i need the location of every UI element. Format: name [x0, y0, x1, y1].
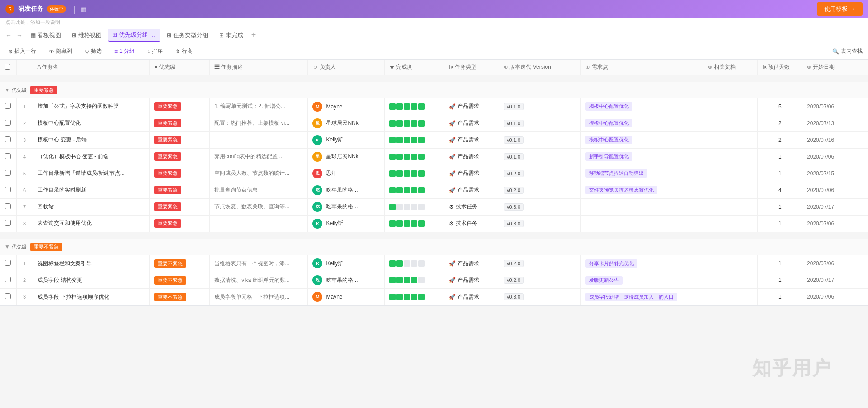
row-checkbox[interactable] [5, 187, 11, 192]
app-icon: R [5, 5, 14, 14]
row-checkbox[interactable] [5, 136, 11, 142]
progress-block [404, 137, 410, 143]
task-type: 🚀产品需求 [449, 136, 494, 144]
priority-badge: 重要紧急 [154, 202, 181, 211]
progress-block [396, 294, 403, 300]
type-cell: 🚀产品需求 [444, 165, 499, 182]
progress-block [404, 220, 410, 227]
row-checkbox[interactable] [5, 220, 11, 226]
progress-cell [384, 98, 444, 115]
task-name[interactable]: 视图标签栏和文案引导 [33, 255, 150, 272]
table-row[interactable]: 4（优化）模板中心 变更 - 前端重要紧急弃用config表中的精选配置 ...… [0, 148, 868, 165]
nav-forward-icon[interactable]: → [14, 31, 24, 40]
table-row[interactable]: 2成员字段 结构变更重要不紧急数据清洗、vika 组织单元的数...吃吃苹果的格… [0, 272, 868, 289]
tab-priority-group[interactable]: ⊞ 优先级分组 … [108, 29, 160, 42]
req-cell: 成员字段新增「邀请成员加入」的入口 [581, 289, 703, 305]
tab-type-group[interactable]: ⊞ 任务类型分组 [162, 29, 213, 41]
table-row[interactable]: 1增加「公式」字段支持的函数种类重要紧急1. 编写单元测试：2. 新增公...M… [0, 98, 868, 115]
col-check[interactable] [0, 60, 16, 75]
task-type-label: 产品需求 [458, 153, 479, 160]
progress-cell [384, 115, 444, 131]
progress-block [389, 103, 396, 110]
task-type-icon: 🚀 [449, 187, 456, 193]
add-tab-icon[interactable]: + [251, 30, 256, 40]
task-name[interactable]: （优化）模板中心 变更 - 前端 [33, 148, 150, 165]
table-row[interactable]: 5工作目录新增「邀请成员/新建节点...重要紧急空间成员人数、节点数的统计...… [0, 165, 868, 182]
row-checkbox[interactable] [5, 120, 11, 126]
select-all-checkbox[interactable] [5, 64, 10, 70]
version-tag: v0.1.0 [504, 103, 524, 110]
group-button[interactable]: ≡ 1 分组 [112, 47, 137, 56]
task-name[interactable]: 增加「公式」字段支持的函数种类 [33, 98, 150, 115]
hide-col-icon: 👁 [49, 48, 54, 55]
task-name[interactable]: 工作目录的实时刷新 [33, 182, 150, 198]
row-checkbox[interactable] [5, 293, 11, 299]
progress-block [418, 137, 425, 143]
use-template-button[interactable]: 使用模板 → [817, 2, 863, 16]
progress-block [396, 120, 403, 127]
docs-cell [703, 289, 758, 305]
progress-block [411, 204, 417, 210]
table-row[interactable]: 8表查询交互和使用优化重要紧急KKelly斯⚙技术任务v0.3.012020/0… [0, 215, 868, 232]
version-tag: v0.1.0 [504, 153, 524, 160]
hide-col-button[interactable]: 👁 隐藏列 [46, 47, 75, 56]
progress-block [389, 260, 396, 267]
row-checkbox[interactable] [5, 170, 11, 176]
version-tag: v0.3.0 [504, 220, 524, 227]
docs-cell [703, 215, 758, 232]
req-tag: 移动端节点描述自动弹出 [585, 169, 647, 178]
scroll-area[interactable] [0, 305, 868, 311]
find-button[interactable]: 🔍 表内查找 [832, 47, 863, 55]
collapse-arrow[interactable]: ▼ [5, 244, 10, 250]
sort-button[interactable]: ↕ 排序 [145, 47, 165, 56]
table-row[interactable]: 3成员字段 下拉框选项顺序优化重要不紧急成员字段单元格，下拉框选项...MMay… [0, 289, 868, 305]
row-height-button[interactable]: ⇕ 行高 [173, 47, 195, 56]
priority-badge: 重要不紧急 [154, 259, 186, 268]
owner-name: Mayne [326, 294, 342, 300]
start-cell: 2020/07/17 [802, 272, 868, 289]
progress-block [389, 277, 396, 283]
task-name[interactable]: 工作目录新增「邀请成员/新建节点... [33, 165, 150, 182]
row-checkbox[interactable] [5, 103, 11, 109]
priority-badge: 重要不紧急 [154, 293, 186, 301]
owner-cell: 吃吃苹果的格... [308, 272, 384, 289]
row-number: 5 [16, 165, 33, 182]
avatar: 星 [312, 152, 322, 162]
task-type-icon: 🚀 [449, 260, 456, 267]
task-name[interactable]: 模板中心配置优化 [33, 115, 150, 131]
row-checkbox[interactable] [5, 203, 11, 209]
collapse-arrow[interactable]: ▼ [5, 87, 10, 93]
tab-kanban[interactable]: ▦ 看板视图 [26, 29, 66, 41]
filter-button[interactable]: ▽ 筛选 [82, 47, 104, 56]
tab-incomplete[interactable]: ⊞ 未完成 [215, 29, 248, 41]
avatar: 吃 [312, 202, 322, 212]
task-type-label: 产品需求 [458, 169, 479, 177]
table-row[interactable]: 7回收站重要紧急节点恢复、数表关联、查询等...吃吃苹果的格...⚙技术任务v0… [0, 198, 868, 215]
type-cell: 🚀产品需求 [444, 182, 499, 198]
avatar: K [312, 258, 322, 268]
task-name[interactable]: 回收站 [33, 198, 150, 215]
table-row[interactable]: 1视图标签栏和文案引导重要不紧急当维格表只有一个视图时，添...KKelly斯🚀… [0, 255, 868, 272]
row-checkbox[interactable] [5, 277, 11, 282]
toolbar: ⊕ 插入一行 👁 隐藏列 ▽ 筛选 ≡ 1 分组 ↕ 排序 ⇕ 行高 🔍 表内查… [0, 43, 868, 60]
progress-block [404, 103, 410, 110]
task-type-label: 产品需求 [458, 103, 479, 110]
table-row[interactable]: 3模板中心 变更 - 后端重要紧急KKelly斯🚀产品需求v0.1.0模板中心配… [0, 131, 868, 148]
table-row[interactable]: 6工作目录的实时刷新重要紧急批量查询节点信息吃吃苹果的格...🚀产品需求v0.2… [0, 182, 868, 198]
task-type-icon: 🚀 [449, 154, 456, 160]
task-name[interactable]: 表查询交互和使用优化 [33, 215, 150, 232]
insert-row-button[interactable]: ⊕ 插入一行 [5, 47, 39, 56]
nav-back-icon[interactable]: ← [4, 31, 14, 40]
table-row[interactable]: 2模板中心配置优化重要紧急配置：热门推荐、上架模板 vi...星星球居民NNk🚀… [0, 115, 868, 131]
task-name[interactable]: 成员字段 结构变更 [33, 272, 150, 289]
progress-block [418, 154, 425, 160]
task-type-label: 产品需求 [458, 136, 479, 144]
row-checkbox[interactable] [5, 153, 11, 159]
task-name[interactable]: 模板中心 变更 - 后端 [33, 131, 150, 148]
row-checkbox[interactable] [5, 260, 11, 266]
tab-dimension[interactable]: ⊞ 维格视图 [67, 29, 106, 41]
task-desc: 当维格表只有一个视图时，添... [210, 255, 308, 272]
task-name[interactable]: 成员字段 下拉框选项顺序优化 [33, 289, 150, 305]
task-type-icon: 🚀 [449, 294, 456, 300]
progress-block [418, 187, 425, 193]
